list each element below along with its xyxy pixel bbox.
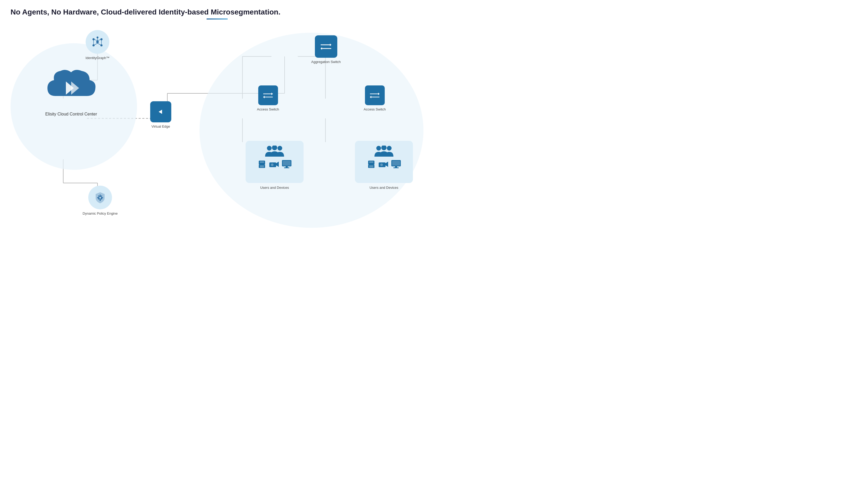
- identity-graph-icon: [86, 30, 110, 54]
- svg-point-70: [381, 146, 386, 150]
- network-graph-icon: [91, 35, 104, 49]
- svg-rect-35: [97, 197, 99, 198]
- svg-point-79: [380, 163, 383, 166]
- svg-rect-81: [392, 161, 400, 165]
- svg-rect-74: [368, 165, 374, 168]
- svg-rect-68: [284, 168, 289, 168]
- svg-point-64: [271, 163, 274, 166]
- virtual-edge-component: Virtual Edge: [145, 101, 177, 128]
- svg-point-18: [96, 40, 99, 43]
- svg-marker-49: [263, 96, 265, 98]
- access-switch-right-label: Access Switch: [364, 107, 386, 111]
- svg-marker-53: [370, 96, 371, 98]
- devices-bottom-row-right: [367, 159, 401, 169]
- svg-line-26: [94, 43, 97, 46]
- cloud-icon: [45, 67, 97, 104]
- users-devices-right-box: [355, 141, 413, 183]
- svg-point-23: [97, 37, 98, 38]
- identity-graph-label: IdentityGraph™: [85, 56, 110, 60]
- users-icon-row-right: [373, 146, 395, 157]
- svg-rect-72: [368, 160, 374, 165]
- devices-bottom-row-left: [257, 159, 292, 169]
- virtual-edge-icon: [150, 101, 171, 122]
- users-devices-right-label: Users and Devices: [369, 186, 398, 189]
- svg-rect-58: [260, 162, 264, 162]
- svg-rect-33: [100, 194, 101, 196]
- arrows-icon: [319, 40, 333, 53]
- svg-rect-82: [395, 167, 397, 168]
- title-underline: [207, 19, 228, 20]
- svg-rect-36: [101, 197, 103, 198]
- svg-marker-45: [321, 47, 322, 50]
- svg-rect-57: [259, 160, 265, 165]
- access-switch-left-label: Access Switch: [257, 107, 279, 111]
- svg-rect-61: [260, 167, 264, 167]
- svg-rect-59: [259, 165, 265, 168]
- cloud-label: Elisity Cloud Control Center: [45, 112, 97, 117]
- users-icon-row-left: [264, 146, 285, 157]
- svg-point-32: [99, 197, 101, 199]
- printer-icon-right: [367, 159, 376, 169]
- users-devices-left-label: Users and Devices: [260, 186, 289, 189]
- aggregation-switch-icon: [315, 35, 337, 58]
- users-devices-left-box: [246, 141, 304, 183]
- svg-point-54: [267, 146, 272, 151]
- cloud-icon-wrap: [42, 62, 100, 109]
- aggregation-switch-label: Aggregation Switch: [311, 60, 341, 64]
- svg-rect-76: [369, 167, 373, 167]
- access-switch-left-component: Access Switch: [247, 85, 289, 111]
- printer-icon-left: [257, 159, 267, 169]
- svg-point-55: [272, 146, 277, 150]
- svg-rect-60: [260, 165, 264, 166]
- virtual-edge-label: Virtual Edge: [152, 124, 170, 128]
- identity-graph-component: IdentityGraph™: [76, 30, 119, 60]
- svg-marker-51: [378, 93, 379, 95]
- svg-point-56: [277, 146, 282, 151]
- monitor-icon-left: [281, 159, 292, 169]
- main-title: No Agents, No Hardware, Cloud-delivered …: [10, 8, 424, 17]
- svg-marker-78: [385, 162, 388, 167]
- access-switch-left-icon: [258, 85, 278, 105]
- users-group-icon-left: [264, 146, 285, 157]
- diagram: Elisity Cloud Control Center: [10, 27, 424, 244]
- cloud-component: Elisity Cloud Control Center: [26, 62, 116, 117]
- svg-marker-41: [159, 110, 162, 114]
- svg-marker-63: [276, 162, 279, 167]
- users-devices-left-component: Users and Devices: [246, 141, 304, 189]
- monitor-icon-right: [391, 159, 401, 169]
- access-switch-right-icon: [365, 85, 385, 105]
- svg-point-71: [387, 146, 392, 151]
- arrows-right-icon: [369, 90, 380, 101]
- svg-rect-83: [394, 168, 399, 168]
- dynamic-policy-component: Dynamic Policy Engine: [76, 186, 124, 215]
- svg-rect-34: [100, 199, 101, 201]
- users-devices-right-component: Users and Devices: [355, 141, 413, 189]
- svg-rect-73: [369, 162, 373, 162]
- svg-line-27: [97, 43, 101, 46]
- gear-shield-icon: [94, 191, 107, 204]
- dynamic-policy-label: Dynamic Policy Engine: [83, 211, 118, 215]
- users-group-icon-right: [373, 146, 395, 157]
- page: No Agents, No Hardware, Cloud-delivered …: [0, 0, 434, 251]
- svg-marker-47: [271, 93, 273, 95]
- svg-rect-67: [286, 167, 288, 168]
- svg-rect-75: [369, 165, 373, 166]
- access-switch-right-component: Access Switch: [353, 85, 396, 111]
- svg-point-69: [376, 146, 381, 151]
- arrow-left-icon: [155, 107, 166, 117]
- dynamic-policy-icon: [88, 186, 112, 209]
- aggregation-switch-component: Aggregation Switch: [305, 35, 347, 64]
- camera-icon-left: [269, 160, 279, 168]
- svg-rect-66: [283, 161, 291, 165]
- arrows-left-icon: [262, 90, 274, 101]
- camera-icon-right: [378, 160, 389, 168]
- svg-marker-43: [330, 43, 331, 46]
